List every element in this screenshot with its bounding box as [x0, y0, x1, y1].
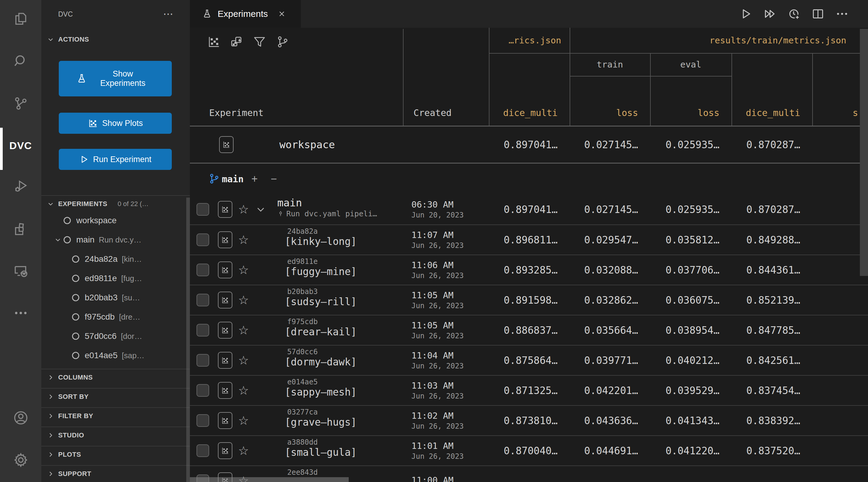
- column-header-experiment[interactable]: Experiment: [209, 102, 264, 124]
- section-experiments[interactable]: EXPERIMENTS 0 of 22 (…: [41, 195, 190, 212]
- section-filter-by[interactable]: FILTER BY: [41, 407, 190, 424]
- section-sort-by[interactable]: SORT BY: [41, 388, 190, 405]
- subgroup-header-eval[interactable]: eval: [650, 53, 732, 76]
- star-icon[interactable]: ☆: [238, 415, 249, 426]
- filter-icon[interactable]: [252, 34, 267, 50]
- sidebar-scrollbar[interactable]: [186, 198, 190, 482]
- run-experiment-button[interactable]: Run Experiment: [59, 149, 172, 170]
- search-icon[interactable]: [0, 47, 41, 75]
- row-checkbox[interactable]: [196, 444, 209, 457]
- experiment-row[interactable]: ☆ f975cdb [drear–kail] 11:05 AM Jun 26, …: [190, 315, 868, 346]
- commit-row-main[interactable]: ☆ main Run dvc.yaml pipeli… 06:30 AM Jun…: [190, 194, 868, 225]
- metric-value: 0.896811…: [504, 234, 558, 246]
- subgroup-header-train[interactable]: train: [569, 53, 650, 76]
- row-checkbox[interactable]: [196, 233, 209, 246]
- section-studio[interactable]: STUDIO: [41, 426, 190, 444]
- sidebar-item-b20bab3[interactable]: b20bab3 [su…: [41, 288, 190, 307]
- section-columns[interactable]: COLUMNS: [41, 369, 190, 386]
- queue-experiment-icon[interactable]: [786, 7, 801, 21]
- experiment-row[interactable]: ☆ ed9811e [fuggy–mine] 11:06 AM Jun 26, …: [190, 255, 868, 285]
- star-icon[interactable]: ☆: [238, 445, 249, 457]
- sidebar-item-ed9811e[interactable]: ed9811e [fug…: [41, 269, 190, 288]
- section-support[interactable]: SUPPORT: [41, 465, 190, 482]
- table-horizontal-scrollbar[interactable]: [190, 477, 349, 482]
- row-checkbox[interactable]: [196, 264, 209, 276]
- chevron-down-icon[interactable]: [55, 236, 61, 243]
- experiment-row[interactable]: ☆ a3880dd [small–gula] 11:01 AM Jun 26, …: [190, 436, 868, 466]
- column-header-metric[interactable]: s: [852, 102, 858, 124]
- open-plots-icon[interactable]: [218, 292, 232, 309]
- open-plots-icon[interactable]: [218, 322, 232, 339]
- open-plots-icon[interactable]: [219, 136, 234, 153]
- sidebar-item-57d0cc6[interactable]: 57d0cc6 [dor…: [41, 327, 190, 346]
- extensions-icon[interactable]: [0, 215, 41, 243]
- open-plots-icon[interactable]: [218, 382, 232, 399]
- column-header-metric[interactable]: loss: [616, 102, 638, 124]
- split-editor-icon[interactable]: [811, 7, 825, 21]
- workspace-row[interactable]: workspace 0.897041… 0.027145… 0.025935… …: [190, 127, 868, 164]
- section-plots[interactable]: PLOTS: [41, 446, 190, 463]
- explorer-icon[interactable]: [0, 5, 41, 33]
- sidebar-item-f975cdb[interactable]: f975cdb [dre…: [41, 307, 190, 327]
- scatter-plot-icon[interactable]: [206, 34, 221, 50]
- sidebar-item-workspace[interactable]: workspace: [41, 211, 190, 230]
- column-header-metric[interactable]: dice_multi: [503, 102, 558, 124]
- experiment-row[interactable]: ☆ e014ae5 [sappy–mesh] 11:03 AM Jun 26, …: [190, 376, 868, 406]
- remove-branch-button[interactable]: −: [271, 172, 277, 185]
- sidebar-item-e014ae5[interactable]: e014ae5 [sap…: [41, 346, 190, 365]
- row-checkbox[interactable]: [196, 414, 209, 427]
- sidebar-more-actions-icon[interactable]: ⋯: [163, 8, 174, 20]
- open-plots-icon[interactable]: [218, 201, 232, 218]
- remote-explorer-icon[interactable]: [0, 257, 41, 285]
- metric-value: 0.042201…: [584, 385, 638, 396]
- open-plots-icon[interactable]: [218, 261, 232, 278]
- run-and-debug-icon[interactable]: [0, 172, 41, 201]
- show-experiments-button[interactable]: Show Experiments: [59, 61, 172, 96]
- row-checkbox[interactable]: [196, 294, 209, 307]
- column-header-metric[interactable]: loss: [698, 102, 719, 124]
- add-branch-button[interactable]: +: [251, 172, 258, 185]
- sidebar-item-24ba82a[interactable]: 24ba82a [kin…: [41, 250, 190, 269]
- settings-gear-icon[interactable]: [0, 446, 41, 474]
- dvc-icon[interactable]: DVC: [0, 131, 41, 160]
- show-plots-button[interactable]: Show Plots: [59, 113, 172, 134]
- star-icon[interactable]: ☆: [238, 384, 249, 396]
- star-icon[interactable]: ☆: [238, 264, 249, 276]
- experiment-row[interactable]: ☆ 24ba82a [kinky–long] 11:07 AM Jun 26, …: [190, 225, 868, 255]
- experiment-row[interactable]: ☆ 57d0cc6 [dormy–dawk] 11:04 AM Jun 26, …: [190, 346, 868, 376]
- column-header-metric[interactable]: dice_multi: [746, 102, 800, 124]
- row-checkbox[interactable]: [196, 384, 209, 397]
- file-group-header[interactable]: …rics.json: [489, 28, 561, 53]
- tab-experiments[interactable]: Experiments: [190, 0, 301, 28]
- star-icon[interactable]: ☆: [238, 294, 249, 306]
- file-group-header[interactable]: results/train/metrics.json: [569, 28, 846, 53]
- source-control-icon[interactable]: [0, 89, 41, 118]
- account-icon[interactable]: [0, 404, 41, 432]
- row-checkbox[interactable]: [196, 324, 209, 336]
- row-checkbox[interactable]: [196, 354, 209, 366]
- close-icon[interactable]: [278, 10, 286, 18]
- star-icon[interactable]: ☆: [238, 234, 249, 246]
- open-plots-icon[interactable]: [218, 231, 232, 248]
- open-plots-icon[interactable]: [218, 352, 232, 369]
- experiment-row[interactable]: ☆ b20bab3 [sudsy–rill] 11:05 AM Jun 26, …: [190, 285, 868, 315]
- table-vertical-scrollbar[interactable]: [860, 29, 868, 276]
- branch-icon[interactable]: [275, 34, 290, 50]
- star-icon[interactable]: ☆: [238, 354, 249, 366]
- run-all-icon[interactable]: [763, 7, 777, 21]
- star-icon[interactable]: ☆: [238, 203, 249, 215]
- ellipsis-icon[interactable]: [835, 7, 849, 21]
- star-icon[interactable]: ☆: [238, 324, 249, 336]
- experiment-row[interactable]: ☆ 03277ca [grave–hugs] 11:02 AM Jun 26, …: [190, 406, 868, 436]
- metric-value: 0.870040…: [504, 445, 558, 457]
- open-plots-icon[interactable]: [218, 442, 232, 459]
- sidebar-item-main[interactable]: main Run dvc.y…: [41, 230, 190, 250]
- run-experiment-icon[interactable]: [738, 7, 753, 21]
- row-checkbox[interactable]: [196, 203, 209, 216]
- section-actions[interactable]: ACTIONS: [41, 31, 190, 47]
- chevron-down-icon[interactable]: [255, 204, 266, 215]
- column-header-created[interactable]: Created: [413, 102, 452, 124]
- more-icon[interactable]: [0, 299, 41, 327]
- open-plots-icon[interactable]: [218, 412, 232, 429]
- move-columns-icon[interactable]: [229, 34, 244, 50]
